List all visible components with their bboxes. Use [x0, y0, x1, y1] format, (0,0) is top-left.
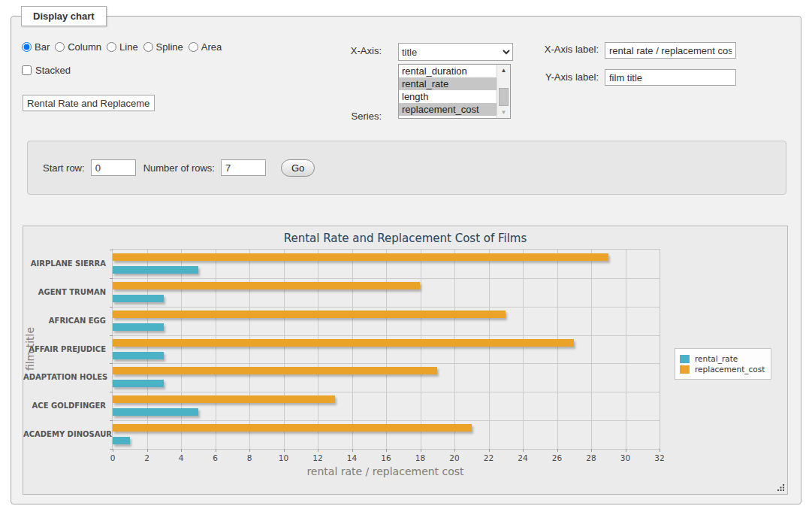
x-tick-label: 20 [443, 453, 466, 462]
x-tick-label: 10 [273, 453, 295, 462]
scrollbar-up-icon[interactable]: ▲ [497, 65, 510, 76]
x-tick-label: 14 [341, 453, 364, 462]
chart-type-radio-column[interactable]: Column [55, 41, 101, 53]
fieldset-legend: Display chart [21, 6, 107, 26]
series-option-length[interactable]: length [399, 90, 497, 103]
y-tick-mark [110, 250, 113, 250]
y-axis-title: film title [24, 308, 36, 390]
x-tick-label: 16 [375, 453, 397, 462]
category-label: ACADEMY DINOSAUR [23, 430, 106, 438]
x-tick-mark [216, 449, 216, 452]
x-tick-label: 18 [409, 453, 432, 462]
x-tick-mark [454, 449, 455, 452]
bar-replacement_cost [113, 253, 608, 261]
x-tick-label: 30 [614, 453, 637, 462]
gridline [352, 250, 353, 449]
scrollbar-down-icon[interactable]: ▼ [497, 107, 510, 118]
x-tick-mark [660, 449, 660, 452]
chart-type-radio-input-area[interactable] [189, 42, 198, 52]
legend-swatch-icon [680, 365, 690, 374]
y-tick-mark [110, 420, 113, 421]
x-tick-mark [523, 449, 524, 452]
y-tick-mark [110, 335, 113, 336]
x-tick-label: 12 [306, 453, 329, 462]
chart-type-radio-input-column[interactable] [55, 42, 65, 52]
go-button[interactable]: Go [281, 159, 315, 177]
series-listbox[interactable]: rental_durationrental_ratelengthreplacem… [398, 64, 511, 119]
gridline [284, 250, 285, 449]
chart-type-radio-label: Bar [35, 41, 50, 53]
gridline [626, 250, 626, 449]
x-axis-title: rental rate / replacement cost [112, 465, 659, 477]
scrollbar-thumb[interactable] [499, 88, 509, 106]
gridline [113, 420, 660, 421]
gridline [249, 250, 250, 449]
bar-rental_rate [113, 266, 198, 274]
bar-replacement_cost [113, 282, 420, 289]
x-tick-mark [284, 449, 285, 452]
x-tick-mark [591, 449, 592, 452]
bar-rental_rate [113, 352, 164, 359]
chart-type-radio-input-line[interactable] [107, 42, 116, 52]
num-rows-input[interactable] [221, 159, 266, 176]
x-axis-select[interactable]: title [398, 43, 513, 61]
stacked-checkbox[interactable] [22, 65, 32, 75]
y-tick-mark [110, 363, 113, 364]
category-label: AIRPLANE SIERRA [23, 259, 106, 268]
chart-legend: rental_ratereplacement_cost [675, 348, 771, 380]
x-tick-mark [421, 449, 421, 452]
chart-type-radio-label: Area [201, 41, 222, 53]
x-tick-label: 0 [101, 453, 124, 462]
x-tick-mark [147, 449, 148, 452]
x-tick-mark [318, 449, 318, 452]
gridline [113, 335, 660, 336]
gridline [523, 250, 524, 449]
start-row-input[interactable] [91, 159, 136, 176]
bar-replacement_cost [113, 311, 506, 318]
y-tick-mark [110, 449, 113, 450]
start-row-label: Start row: [43, 162, 85, 174]
bar-replacement_cost [113, 395, 335, 403]
stacked-checkbox-row[interactable]: Stacked [22, 65, 71, 76]
x-tick-label: 28 [580, 453, 602, 462]
num-rows-label: Number of rows: [143, 162, 215, 174]
series-option-replacement_cost[interactable]: replacement_cost [399, 103, 497, 116]
chart-type-radio-label: Line [119, 41, 138, 53]
legend-label: replacement_cost [695, 365, 765, 374]
chart-type-radio-input-spline[interactable] [143, 42, 153, 52]
chart-type-radio-spline[interactable]: Spline [143, 41, 183, 53]
x-tick-mark [489, 449, 490, 452]
x-tick-mark [249, 449, 250, 452]
category-label: AGENT TRUMAN [23, 288, 106, 296]
bar-rental_rate [113, 295, 164, 302]
gridline [216, 250, 216, 449]
chart-type-radio-line[interactable]: Line [107, 41, 138, 53]
stacked-label: Stacked [35, 65, 71, 76]
chart-type-radio-input-bar[interactable] [22, 42, 32, 52]
chart-type-radio-bar[interactable]: Bar [22, 41, 50, 53]
gridline [591, 250, 592, 449]
category-label: ACE GOLDFINGER [23, 401, 106, 410]
series-option-rental_rate[interactable]: rental_rate [399, 77, 497, 90]
series-list-scrollbar[interactable]: ▲ ▼ [497, 65, 510, 118]
chart-type-radio-label: Column [68, 41, 101, 53]
x-tick-mark [386, 449, 387, 452]
gridline [113, 307, 660, 308]
page: Display chart BarColumnLineSplineArea St… [0, 0, 812, 512]
chart-type-radio-area[interactable]: Area [189, 41, 222, 53]
chart-title: Rental Rate and Replacement Cost of Film… [23, 232, 787, 245]
x-axis-label-input[interactable] [605, 42, 736, 59]
bar-rental_rate [113, 380, 164, 387]
x-tick-label: 26 [546, 453, 569, 462]
resize-grip-icon[interactable] [777, 484, 785, 492]
gridline [113, 278, 660, 279]
gridline [147, 250, 148, 449]
y-axis-label-caption: Y-Axis label: [516, 71, 599, 83]
bar-replacement_cost [113, 367, 437, 374]
bar-rental_rate [113, 323, 164, 331]
y-axis-label-input[interactable] [605, 69, 736, 86]
x-tick-mark [181, 449, 182, 452]
chart-title-input[interactable] [23, 95, 155, 111]
series-option-rental_duration[interactable]: rental_duration [399, 65, 497, 77]
series-listbox-items: rental_durationrental_ratelengthreplacem… [399, 65, 497, 118]
